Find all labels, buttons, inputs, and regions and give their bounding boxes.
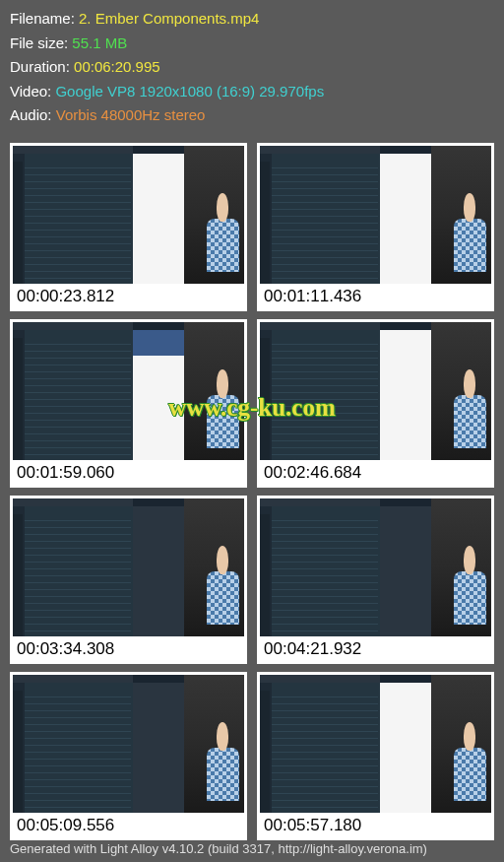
filesize-label: File size: — [10, 34, 72, 51]
duration-value: 00:06:20.995 — [74, 58, 160, 75]
thumbnail-item[interactable]: 00:04:21.932 — [257, 496, 494, 664]
filename-label: Filename: — [10, 10, 79, 27]
thumbnail-timestamp: 00:05:57.180 — [260, 813, 491, 837]
thumbnail-image — [260, 322, 491, 460]
thumbnail-image — [13, 675, 244, 813]
audio-label: Audio: — [10, 106, 56, 123]
thumbnail-item[interactable]: 00:05:09.556 — [10, 672, 247, 840]
thumbnail-item[interactable]: 00:02:46.684 — [257, 319, 494, 488]
thumbnail-item[interactable]: 00:00:23.812 — [10, 143, 247, 311]
footer-text: Generated with Light Alloy v4.10.2 (buil… — [10, 841, 427, 856]
thumbnail-image — [260, 498, 491, 636]
filename-row: Filename: 2. Ember Components.mp4 — [10, 8, 494, 31]
thumbnail-image — [13, 498, 244, 636]
thumbnail-item[interactable]: 00:01:59.060 — [10, 319, 247, 488]
thumbnail-image — [13, 146, 244, 284]
video-label: Video: — [10, 83, 55, 99]
audio-value: Vorbis 48000Hz stereo — [56, 106, 206, 123]
thumbnail-image — [13, 322, 244, 460]
thumbnail-item[interactable]: 00:01:11.436 — [257, 143, 494, 311]
thumbnail-timestamp: 00:04:21.932 — [260, 636, 491, 661]
thumbnail-grid: 00:00:23.812 00:01:11.436 00:01:59.060 0… — [0, 135, 504, 848]
metadata-header: Filename: 2. Ember Components.mp4 File s… — [0, 0, 504, 135]
audio-row: Audio: Vorbis 48000Hz stereo — [10, 104, 494, 127]
thumbnail-image — [260, 146, 491, 284]
thumbnail-timestamp: 00:01:59.060 — [13, 460, 244, 485]
thumbnail-timestamp: 00:05:09.556 — [13, 813, 244, 837]
thumbnail-timestamp: 00:00:23.812 — [13, 284, 244, 308]
duration-row: Duration: 00:06:20.995 — [10, 56, 494, 79]
filesize-value: 55.1 MB — [72, 34, 127, 51]
thumbnail-timestamp: 00:01:11.436 — [260, 284, 491, 308]
thumbnail-item[interactable]: 00:05:57.180 — [257, 672, 494, 840]
duration-label: Duration: — [10, 58, 74, 75]
video-value: Google VP8 1920x1080 (16:9) 29.970fps — [55, 83, 324, 99]
thumbnail-timestamp: 00:03:34.308 — [13, 636, 244, 661]
filesize-row: File size: 55.1 MB — [10, 33, 494, 55]
thumbnail-item[interactable]: 00:03:34.308 — [10, 496, 247, 664]
thumbnail-image — [260, 675, 491, 813]
filename-value: 2. Ember Components.mp4 — [79, 10, 259, 27]
video-row: Video: Google VP8 1920x1080 (16:9) 29.97… — [10, 81, 494, 103]
thumbnail-timestamp: 00:02:46.684 — [260, 460, 491, 485]
